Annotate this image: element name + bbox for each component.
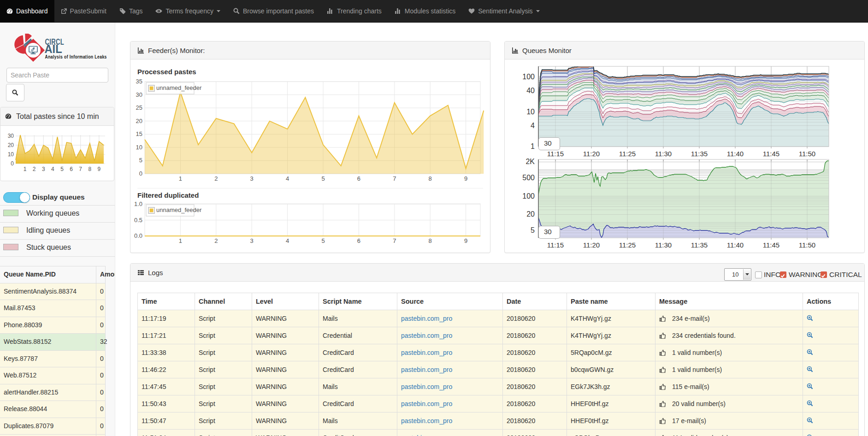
svg-text:9: 9 [464,237,467,244]
svg-text:6: 6 [70,166,73,172]
svg-text:2: 2 [214,175,218,182]
svg-text:8: 8 [429,237,432,244]
svg-text:7: 7 [393,237,396,244]
svg-text:10: 10 [136,144,142,151]
svg-text:6: 6 [357,237,360,244]
svg-text:11:50: 11:50 [799,241,815,249]
svg-text:1: 1 [179,237,182,244]
svg-text:100: 100 [522,73,535,81]
svg-text:30: 30 [136,91,142,98]
svg-text:0.5: 0.5 [134,217,142,224]
svg-text:11:35: 11:35 [691,241,708,249]
svg-text:3: 3 [42,166,45,172]
svg-text:15: 15 [136,130,142,137]
svg-text:11:20: 11:20 [583,241,600,249]
svg-text:100: 100 [522,192,535,200]
svg-text:11:30: 11:30 [655,241,672,249]
svg-text:11:45: 11:45 [763,241,779,249]
svg-text:1: 1 [24,166,27,172]
svg-text:3: 3 [250,175,254,182]
svg-text:11:25: 11:25 [619,241,636,249]
svg-text:8: 8 [88,166,91,172]
svg-text:0.0: 0.0 [134,232,142,239]
svg-text:4: 4 [286,175,289,182]
svg-text:10: 10 [8,151,14,158]
svg-text:Analysis of Information Leaks: Analysis of Information Leaks [45,54,107,59]
svg-text:0: 0 [139,170,142,177]
svg-text:11:15: 11:15 [547,241,564,249]
svg-text:9: 9 [464,175,467,182]
svg-text:4: 4 [51,166,54,172]
svg-text:7: 7 [393,175,396,182]
svg-text:11:40: 11:40 [727,241,744,249]
svg-text:2K: 2K [526,158,535,165]
svg-text:6: 6 [357,175,360,182]
svg-text:1: 1 [179,175,182,182]
svg-text:4: 4 [286,237,289,244]
svg-text:unnamed_feeder: unnamed_feeder [156,206,202,213]
svg-text:10: 10 [526,108,535,116]
svg-text:3: 3 [250,237,254,244]
svg-text:2: 2 [33,166,36,172]
svg-text:35: 35 [136,78,142,85]
svg-text:2: 2 [214,237,218,244]
svg-text:1.0: 1.0 [134,200,142,207]
svg-text:8: 8 [429,175,432,182]
svg-text:4: 4 [531,122,535,130]
svg-text:0: 0 [11,160,14,167]
svg-text:30: 30 [8,133,14,139]
svg-text:25: 25 [136,104,142,111]
svg-text:unnamed_feeder: unnamed_feeder [156,84,202,91]
svg-text:9: 9 [98,166,101,172]
svg-text:5: 5 [531,226,535,234]
svg-text:5: 5 [321,175,325,182]
svg-text:5: 5 [60,166,64,172]
svg-text:5: 5 [139,157,142,164]
svg-text:20: 20 [8,142,14,148]
svg-text:1: 1 [531,142,535,150]
svg-text:20: 20 [526,210,535,218]
svg-text:20: 20 [136,118,142,124]
svg-text:5: 5 [321,237,325,244]
svg-text:40: 40 [526,87,535,94]
svg-text:7: 7 [79,166,82,172]
svg-text:500: 500 [522,174,535,182]
